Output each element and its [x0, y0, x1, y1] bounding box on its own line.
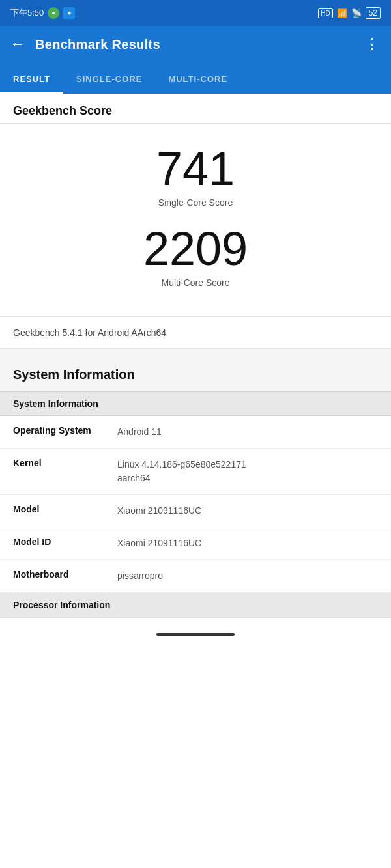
- row-value-os: Android 11: [117, 425, 378, 439]
- row-label-os: Operating System: [13, 425, 117, 436]
- back-button[interactable]: ←: [10, 36, 25, 53]
- single-core-label: Single-Core Score: [158, 197, 233, 208]
- row-label-model: Model: [13, 504, 117, 514]
- row-value-model-id: Xiaomi 21091116UC: [117, 537, 378, 550]
- tab-multi-core[interactable]: MULTI-CORE: [155, 65, 240, 94]
- status-bar: 下午5:50 ● ● HD 📶 📡 52: [0, 0, 391, 26]
- row-value-kernel: Linux 4.14.186-g65e80e522171aarch64: [117, 458, 378, 485]
- table-row: Model ID Xiaomi 21091116UC: [0, 527, 391, 560]
- single-core-score: 741: [156, 143, 235, 195]
- row-value-model: Xiaomi 21091116UC: [117, 504, 378, 518]
- table-row: Operating System Android 11: [0, 416, 391, 449]
- status-time: 下午5:50: [10, 7, 44, 19]
- table-row: Model Xiaomi 21091116UC: [0, 495, 391, 527]
- home-indicator: [156, 633, 235, 636]
- system-info-heading: System Information: [0, 349, 391, 391]
- single-core-card: 741 Single-Core Score 2209 Multi-Core Sc…: [0, 124, 391, 317]
- system-info-title: System Information: [13, 367, 135, 382]
- system-info-group-header: System Information: [0, 391, 391, 416]
- page-title: Benchmark Results: [35, 37, 365, 52]
- geekbench-score-section: Geekbench Score: [0, 94, 391, 124]
- row-value-motherboard: pissarropro: [117, 569, 378, 583]
- table-row: Kernel Linux 4.14.186-g65e80e522171aarch…: [0, 449, 391, 495]
- tab-single-core[interactable]: SINGLE-CORE: [63, 65, 155, 94]
- status-app-icon2: ●: [63, 7, 75, 19]
- version-info: Geekbench 5.4.1 for Android AArch64: [0, 317, 391, 349]
- multi-core-score: 2209: [143, 223, 248, 275]
- tab-bar: RESULT SINGLE-CORE MULTI-CORE: [0, 63, 391, 94]
- row-label-motherboard: Motherboard: [13, 569, 117, 580]
- status-bar-left: 下午5:50 ● ●: [10, 7, 75, 19]
- signal-icon: 📶: [337, 8, 347, 18]
- row-label-kernel: Kernel: [13, 458, 117, 468]
- menu-button[interactable]: ⋮: [365, 36, 381, 53]
- wifi-icon: 📡: [351, 8, 362, 18]
- geekbench-score-title: Geekbench Score: [13, 104, 112, 117]
- processor-info-group-header: Processor Information: [0, 593, 391, 617]
- status-bar-right: HD 📶 📡 52: [318, 7, 381, 19]
- table-row: Motherboard pissarropro: [0, 560, 391, 593]
- main-content: Geekbench Score 741 Single-Core Score 22…: [0, 94, 391, 617]
- hd-label: HD: [318, 8, 332, 18]
- status-app-icon1: ●: [48, 7, 59, 19]
- app-bar: ← Benchmark Results ⋮: [0, 26, 391, 63]
- row-label-model-id: Model ID: [13, 537, 117, 547]
- tab-result[interactable]: RESULT: [0, 65, 63, 94]
- battery-icon: 52: [366, 7, 381, 19]
- multi-core-label: Multi-Core Score: [161, 277, 229, 288]
- bottom-nav-bar: [0, 617, 391, 650]
